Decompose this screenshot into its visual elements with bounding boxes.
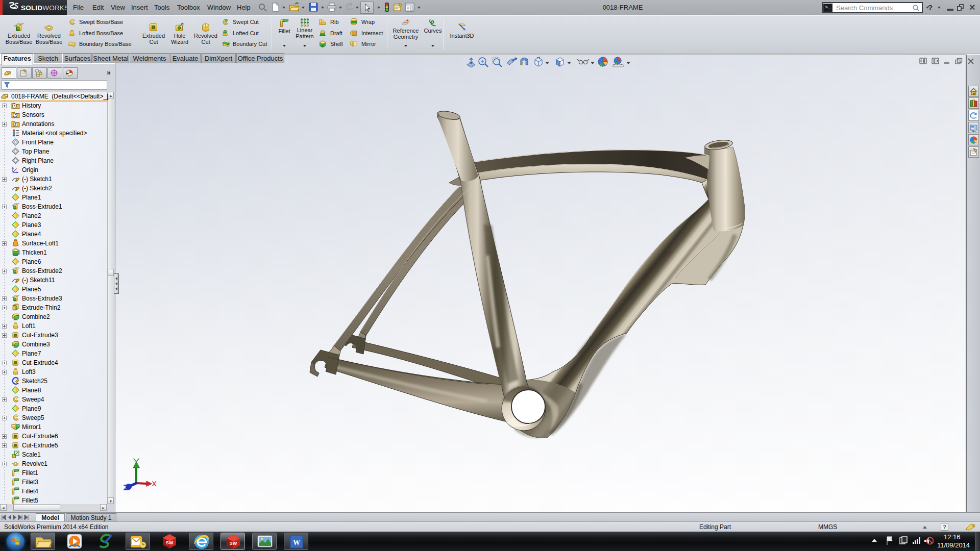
svg-text:SW: SW — [230, 541, 237, 546]
svg-text:SW: SW — [166, 540, 174, 545]
svg-text:SOLIDWORKS: SOLIDWORKS — [21, 4, 67, 12]
svg-text:W: W — [293, 539, 300, 546]
